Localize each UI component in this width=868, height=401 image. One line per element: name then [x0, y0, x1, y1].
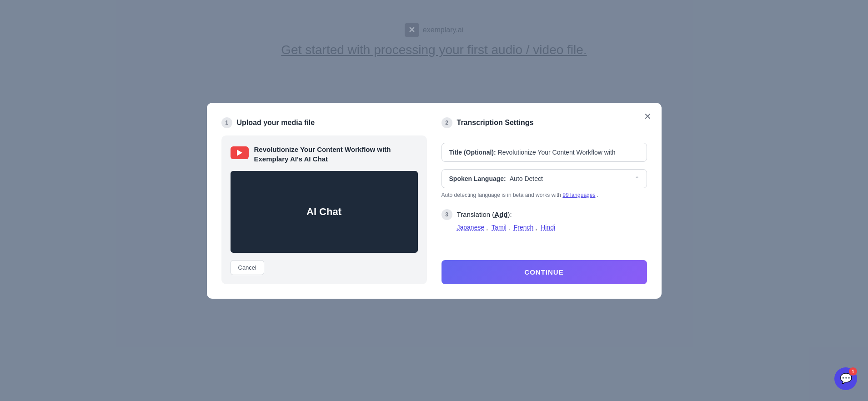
step2-circle: 2 — [442, 117, 452, 128]
lang-hindi[interactable]: Hindi — [541, 224, 555, 231]
step1-circle: 1 — [221, 117, 232, 128]
video-info: Revolutionize Your Content Workflow with… — [231, 145, 418, 164]
hint-text: Auto detecting language is in beta and w… — [442, 192, 647, 198]
video-thumbnail: AI Chat — [231, 171, 418, 253]
chat-badge: 1 — [849, 367, 857, 376]
chevron-icon: ⌃ — [635, 175, 639, 182]
lang-french[interactable]: French — [514, 224, 534, 231]
language-select[interactable]: Spoken Language: Auto Detect ⌃ — [442, 169, 647, 188]
continue-button[interactable]: CONTINUE — [442, 260, 647, 284]
modal: ✕ 1 Upload your media file Revolutionize… — [207, 103, 662, 299]
language-select-left: Spoken Language: Auto Detect — [449, 175, 543, 182]
close-button[interactable]: ✕ — [642, 110, 654, 123]
youtube-icon — [231, 146, 249, 159]
title-input-container[interactable]: Title (Optional): Revolutionize Your Con… — [442, 143, 647, 162]
step2-title: Transcription Settings — [457, 119, 534, 127]
title-label: Title (Optional): — [449, 149, 496, 156]
language-label: Spoken Language: — [449, 175, 506, 182]
language-value: Auto Detect — [510, 175, 543, 182]
add-translation-link[interactable]: Add — [494, 211, 507, 218]
chat-widget[interactable]: 💬 1 — [834, 367, 857, 390]
translation-languages: Japanese , Tamil , French , Hindi — [457, 224, 647, 231]
thumbnail-text: AI Chat — [306, 206, 341, 218]
left-panel: 1 Upload your media file Revolutionize Y… — [221, 117, 427, 284]
modal-overlay: ✕ 1 Upload your media file Revolutionize… — [0, 0, 868, 401]
languages-link[interactable]: 99 languages — [562, 192, 595, 198]
upload-box: Revolutionize Your Content Workflow with… — [221, 135, 427, 284]
right-panel: 2 Transcription Settings Title (Optional… — [442, 117, 647, 284]
video-title: Revolutionize Your Content Workflow with… — [254, 145, 418, 164]
title-value: Revolutionize Your Content Workflow with — [498, 149, 616, 156]
step3-circle: 3 — [442, 209, 452, 220]
lang-japanese[interactable]: Japanese — [457, 224, 485, 231]
lang-tamil[interactable]: Tamil — [492, 224, 507, 231]
cancel-button[interactable]: Cancel — [231, 260, 264, 275]
step1-title: Upload your media file — [237, 119, 315, 127]
step1-header: 1 Upload your media file — [221, 117, 427, 128]
translation-title: Translation (Add): — [457, 211, 512, 218]
step2-header: 2 Transcription Settings — [442, 117, 647, 128]
translation-header: 3 Translation (Add): — [442, 209, 647, 220]
translation-section: 3 Translation (Add): Japanese , Tamil , … — [442, 206, 647, 231]
